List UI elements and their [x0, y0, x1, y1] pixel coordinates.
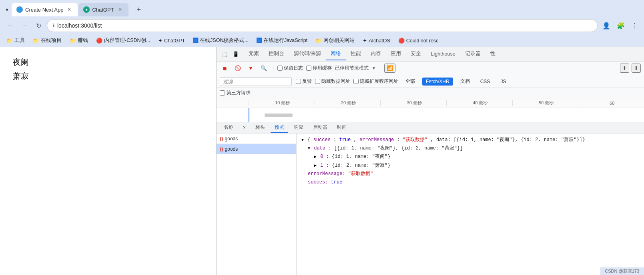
- bookmark-label-10: Could not resc: [406, 38, 439, 44]
- json-succes-key: succes:: [308, 179, 328, 185]
- invert-checkbox[interactable]: 反转: [296, 78, 312, 85]
- rp-tab-name[interactable]: 名称: [220, 122, 237, 133]
- json-succes-line: succes: true: [301, 178, 639, 187]
- dt-tab-elements[interactable]: 元素: [244, 48, 264, 60]
- timeline-request-bar: [265, 114, 293, 117]
- item0-triangle[interactable]: ▶: [314, 155, 317, 159]
- type-css-btn[interactable]: CSS: [477, 78, 494, 85]
- json-item0-line: ▶ 0 : {id: 1, name: "夜阑"}: [301, 153, 639, 161]
- dt-tab-sources[interactable]: 源代码/来源: [289, 48, 326, 60]
- hide-data-input[interactable]: [315, 79, 320, 84]
- req-name-1: {} goods: [220, 136, 292, 141]
- dt-tab-security[interactable]: 安全: [406, 48, 426, 60]
- page-item-1: 夜阑: [13, 57, 203, 68]
- rp-tab-initiator[interactable]: 启动器: [309, 122, 331, 133]
- third-party-input[interactable]: [220, 90, 225, 96]
- filter-input[interactable]: [220, 77, 292, 86]
- tab-dropdown-btn[interactable]: ▾: [3, 5, 11, 14]
- hide-ext-checkbox[interactable]: 隐藏扩展程序网址: [353, 78, 398, 85]
- rp-tab-response[interactable]: 响应: [290, 122, 307, 133]
- extensions-btn[interactable]: 🧩: [615, 20, 626, 31]
- filter-toggle-btn[interactable]: ▼: [246, 64, 255, 72]
- dt-tab-performance[interactable]: 性能: [346, 48, 366, 60]
- tab-chatgpt[interactable]: ✦ ChatGPT ✕: [78, 3, 128, 16]
- device-toggle-btn[interactable]: 📱: [230, 50, 241, 59]
- bookmark-earn-money[interactable]: 📁 赚钱: [68, 36, 90, 45]
- json-succes-inline-key: succes: [313, 137, 331, 143]
- hide-ext-input[interactable]: [353, 79, 359, 84]
- dt-tab-lighthouse[interactable]: Lighthouse: [426, 49, 460, 60]
- invert-input[interactable]: [296, 79, 301, 84]
- clear-btn[interactable]: 🚫: [233, 64, 243, 72]
- tab-close-btn-2[interactable]: ✕: [116, 6, 124, 13]
- back-btn[interactable]: ←: [5, 20, 16, 31]
- tab-close-btn-1[interactable]: ✕: [66, 6, 73, 13]
- dt-tab-application[interactable]: 应用: [386, 48, 406, 60]
- request-row-2[interactable]: {} goods: [217, 144, 296, 154]
- type-all-btn[interactable]: 全部: [402, 77, 418, 86]
- folder-icon-3: 📁: [70, 38, 76, 44]
- disable-cache-input[interactable]: [306, 66, 311, 71]
- tick-60ms: 60: [578, 101, 644, 106]
- bookmark-csdn[interactable]: 🔴 内容管理-CSDN创...: [94, 36, 152, 45]
- bookmark-tools[interactable]: 📁 工具: [5, 36, 26, 45]
- preserve-log-input[interactable]: [277, 66, 283, 71]
- bookmark-aichatos[interactable]: ✦ AIchatOS: [361, 37, 392, 44]
- rp-tab-close[interactable]: ×: [239, 123, 250, 133]
- dt-tab-console[interactable]: 控制台: [264, 48, 289, 60]
- reload-btn[interactable]: ↻: [34, 20, 44, 31]
- dt-tab-memory[interactable]: 内存: [366, 48, 386, 60]
- bookmark-could-not-resc[interactable]: 🔴 Could not resc: [397, 37, 440, 44]
- rp-tab-timing[interactable]: 时间: [333, 122, 351, 133]
- disable-cache-checkbox[interactable]: 停用缓存: [306, 65, 332, 72]
- response-panel-tabs: 名称 × 标头 预览 响应 启动器 时间: [217, 122, 644, 134]
- dt-tab-recorder[interactable]: 记录器: [460, 48, 486, 60]
- bookmark-online-projects[interactable]: 📁 在线项目: [31, 36, 63, 45]
- tab-create-next-app[interactable]: 🌐 Create Next App ✕: [12, 3, 78, 16]
- dt-tab-more[interactable]: 性: [486, 48, 500, 60]
- type-doc-btn[interactable]: 文档: [457, 77, 473, 86]
- search-btn[interactable]: 🔍: [259, 64, 269, 72]
- main-area: 夜阑 萧寂 ⬚ 📱 元素 控制台 源代码/来源 网络 性能 内存 应用 安全 L…: [0, 47, 644, 275]
- element-selector-btn[interactable]: ⬚: [220, 50, 229, 59]
- menu-btn[interactable]: ⋮: [630, 20, 639, 31]
- new-tab-btn[interactable]: +: [134, 4, 144, 16]
- bookmark-json-validator[interactable]: 🅱 在线JSON校验格式...: [191, 36, 250, 45]
- request-row-1[interactable]: {} goods: [217, 134, 296, 144]
- dt-tab-network[interactable]: 网络: [326, 48, 346, 60]
- import-har-btn[interactable]: ⬆: [620, 64, 629, 73]
- forward-btn[interactable]: →: [19, 20, 30, 31]
- profile-btn[interactable]: 👤: [601, 20, 612, 31]
- json-succes-val: true: [331, 179, 343, 185]
- req-label-2: goods: [225, 146, 238, 152]
- bookmark-label-1: 工具: [14, 37, 25, 44]
- bookmark-chatgpt[interactable]: ✦ ChatGPT: [156, 37, 187, 44]
- bookmark-web-creation[interactable]: 📁 网创相关网站: [314, 36, 356, 45]
- root-triangle[interactable]: ▼: [301, 138, 304, 142]
- address-bar: ← → ↻ ℹ localhost:3000/list 👤 🧩 ⋮: [0, 17, 644, 34]
- third-party-checkbox[interactable]: 第三方请求: [220, 90, 251, 96]
- data-triangle[interactable]: ▼: [308, 146, 310, 151]
- type-fetch-xhr-btn[interactable]: Fetch/XHR: [422, 78, 453, 86]
- rp-tab-preview[interactable]: 预览: [271, 122, 288, 133]
- json-data-key: data: [314, 145, 325, 151]
- record-btn[interactable]: ⏺: [220, 64, 229, 73]
- tick-10ms: 10 毫秒: [249, 100, 315, 106]
- item1-triangle[interactable]: ▶: [314, 163, 317, 168]
- url-bar[interactable]: ℹ localhost:3000/list: [47, 19, 598, 32]
- throttle-dropdown-arrow[interactable]: ▼: [372, 66, 376, 70]
- type-js-btn[interactable]: JS: [497, 78, 509, 85]
- bookmark-label-3: 赚钱: [78, 37, 88, 44]
- export-har-btn[interactable]: ⬇: [632, 64, 641, 73]
- json-item0-key: 0: [320, 154, 323, 159]
- wifi-btn[interactable]: 📶: [384, 64, 395, 73]
- chatgpt-icon-bm: ✦: [158, 38, 163, 44]
- folder-icon-4: 📁: [315, 38, 322, 44]
- page-item-2: 萧寂: [13, 71, 203, 82]
- tab-favicon-globe: 🌐: [16, 6, 23, 13]
- preserve-log-checkbox[interactable]: 保留日志: [277, 65, 303, 72]
- bookmark-js-runner[interactable]: 🅱 在线运行JavaScript: [255, 36, 309, 45]
- hide-data-checkbox[interactable]: 隐藏数据网址: [315, 78, 350, 85]
- rp-tab-headers[interactable]: 标头: [251, 122, 269, 133]
- third-party-label-text: 第三方请求: [227, 90, 251, 96]
